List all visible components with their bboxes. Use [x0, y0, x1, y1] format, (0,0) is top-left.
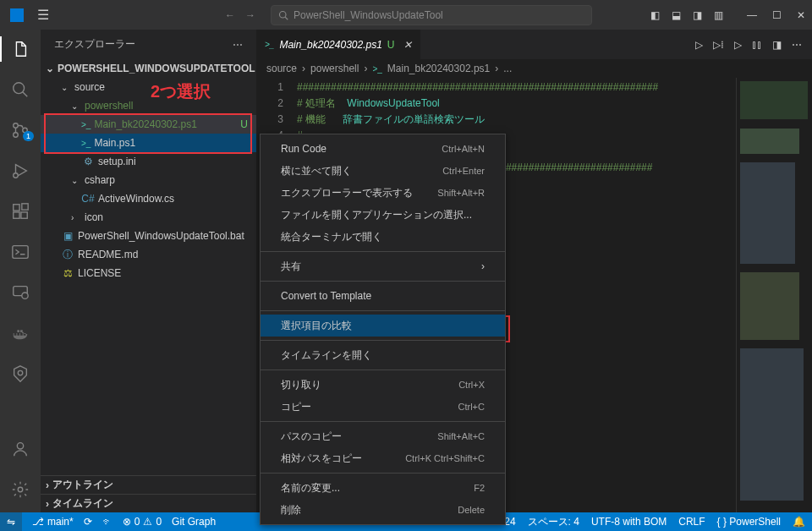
activity-extensions-icon[interactable]	[0, 199, 41, 224]
more-actions-icon[interactable]: ⋯	[792, 39, 802, 51]
info-file-icon: ⓘ	[61, 248, 74, 262]
run-file-icon[interactable]: ▷	[734, 39, 742, 51]
menu-copy-relative-path[interactable]: 相対パスをコピーCtrl+K Ctrl+Shift+C	[261, 447, 505, 469]
status-problems[interactable]: ⊗0 ⚠0	[123, 516, 162, 528]
context-menu: Run CodeCtrl+Alt+N 横に並べて開くCtrl+Enter エクス…	[260, 134, 506, 525]
svg-rect-8	[14, 205, 19, 211]
breadcrumb[interactable]: source› powershell› >_Main_bk20240302.ps…	[256, 59, 812, 78]
file-bat[interactable]: ▣PowerShell_WindowsUpdateTool.bat	[41, 227, 256, 245]
status-sync[interactable]: ⟳	[84, 516, 92, 528]
menu-compare-selected[interactable]: 選択項目の比較	[261, 315, 505, 337]
run-icon[interactable]: ▷	[695, 39, 703, 51]
menu-share[interactable]: 共有›	[261, 255, 505, 277]
menu-cut[interactable]: 切り取りCtrl+X	[261, 374, 505, 396]
menu-convert-template[interactable]: Convert to Template	[261, 285, 505, 307]
split-right-icon[interactable]: ⫿⫿	[752, 39, 762, 51]
svg-point-7	[14, 173, 19, 178]
tab-main-bk[interactable]: >_ Main_bk20240302.ps1 U ✕	[256, 30, 420, 59]
menu-integrated-terminal[interactable]: 統合ターミナルで開く	[261, 226, 505, 248]
file-readme[interactable]: ⓘREADME.md	[41, 245, 256, 264]
file-license[interactable]: ⚖LICENSE	[41, 264, 256, 282]
svg-point-16	[17, 443, 23, 449]
sidebar-explorer: エクスプローラー ⋯ ⌄ POWERSHELL_WINDOWSUPDATETOO…	[41, 30, 256, 512]
svg-rect-10	[21, 212, 27, 218]
svg-line-1	[285, 17, 288, 19]
status-encoding[interactable]: UTF-8 with BOM	[591, 516, 667, 528]
timeline-section[interactable]: ›タイムライン	[41, 494, 256, 512]
svg-point-17	[18, 487, 23, 492]
license-file-icon: ⚖	[61, 267, 74, 279]
search-text: PowerShell_WindowsUpdateTool	[294, 9, 443, 21]
activity-scm-icon[interactable]: 1	[0, 118, 41, 143]
minimize-icon[interactable]: —	[747, 9, 757, 21]
minimap[interactable]	[736, 78, 812, 512]
customize-layout-icon[interactable]: ▥	[714, 9, 723, 21]
toggle-panel-icon[interactable]: ⬓	[672, 9, 681, 21]
activitybar: 1	[0, 30, 41, 512]
nav-back-icon[interactable]: ←	[225, 9, 235, 21]
editor-tabs: >_ Main_bk20240302.ps1 U ✕ ▷ ▷⁞ ▷ ⫿⫿ ◨ ⋯	[256, 30, 812, 59]
activity-powershell-icon[interactable]	[0, 239, 41, 265]
tab-close-icon[interactable]: ✕	[403, 39, 412, 51]
activity-search-icon[interactable]	[0, 77, 41, 102]
menu-open-timeline[interactable]: タイムラインを開く	[261, 344, 505, 366]
folder-source[interactable]: ⌄source	[41, 78, 256, 96]
toggle-primary-sidebar-icon[interactable]: ◧	[650, 9, 660, 21]
menu-delete[interactable]: 削除Delete	[261, 499, 505, 521]
split-editor-icon[interactable]: ◨	[772, 39, 782, 51]
activity-explorer-icon[interactable]	[0, 36, 41, 62]
sidebar-more-icon[interactable]: ⋯	[233, 39, 243, 51]
menu-reveal-explorer[interactable]: エクスプローラーで表示するShift+Alt+R	[261, 182, 505, 204]
close-icon[interactable]: ✕	[797, 9, 805, 21]
nav-forward-icon[interactable]: →	[245, 9, 255, 21]
folder-powershell[interactable]: ⌄powershell	[41, 96, 256, 115]
csharp-file-icon: C#	[81, 193, 95, 205]
activity-settings-icon[interactable]	[0, 477, 41, 502]
svg-point-0	[280, 11, 287, 18]
powershell-file-icon: >_	[265, 40, 274, 49]
status-broadcast[interactable]: ᯤ	[102, 516, 112, 528]
folder-csharp[interactable]: ⌄csharp	[41, 171, 256, 189]
file-setup-ini[interactable]: ⚙setup.ini	[41, 152, 256, 171]
maximize-icon[interactable]: ☐	[772, 9, 782, 21]
activity-account-icon[interactable]	[0, 436, 41, 462]
menu-copy-path[interactable]: パスのコピーShift+Alt+C	[261, 425, 505, 447]
file-activewindow-cs[interactable]: C#ActiveWindow.cs	[41, 189, 256, 208]
toggle-secondary-sidebar-icon[interactable]: ◨	[693, 9, 702, 21]
status-notifications-icon[interactable]: 🔔	[793, 516, 805, 528]
status-line-col[interactable]: 24	[504, 516, 515, 528]
status-spaces[interactable]: スペース: 4	[528, 515, 579, 529]
annotation-box-files	[44, 113, 252, 154]
titlebar: ☰ ← → PowerShell_WindowsUpdateTool ◧ ⬓ ◨…	[0, 0, 812, 30]
project-root[interactable]: ⌄ POWERSHELL_WINDOWSUPDATETOOL	[41, 59, 256, 78]
bat-file-icon: ▣	[61, 230, 74, 242]
svg-point-4	[14, 123, 19, 129]
status-eol[interactable]: CRLF	[678, 516, 705, 528]
annotation-label: 2つ選択	[151, 80, 211, 103]
menu-open-with[interactable]: ファイルを開くアプリケーションの選択...	[261, 204, 505, 226]
command-center[interactable]: PowerShell_WindowsUpdateTool	[271, 5, 592, 25]
activity-remote-icon[interactable]	[0, 280, 41, 305]
folder-icon[interactable]: ›icon	[41, 208, 256, 227]
status-branch[interactable]: ⎇main*	[32, 516, 74, 528]
menu-copy[interactable]: コピーCtrl+C	[261, 396, 505, 418]
status-language[interactable]: { } PowerShell	[717, 516, 781, 528]
status-gitgraph[interactable]: Git Graph	[172, 516, 216, 528]
activity-docker-icon[interactable]	[0, 320, 41, 346]
vscode-logo-icon	[10, 8, 24, 22]
run-debug-icon[interactable]: ▷⁞	[713, 39, 724, 51]
activity-debug-icon[interactable]	[0, 158, 41, 183]
svg-point-14	[22, 293, 28, 298]
status-remote[interactable]: ⇋	[0, 512, 22, 531]
svg-line-3	[23, 92, 28, 97]
menu-run-code[interactable]: Run CodeCtrl+Alt+N	[261, 138, 505, 160]
menu-icon[interactable]: ☰	[37, 7, 49, 23]
svg-point-15	[18, 370, 23, 375]
svg-rect-12	[13, 246, 28, 259]
branch-icon: ⎇	[32, 516, 44, 528]
activity-kubernetes-icon[interactable]	[0, 361, 41, 386]
search-icon	[278, 10, 288, 20]
menu-open-side[interactable]: 横に並べて開くCtrl+Enter	[261, 160, 505, 182]
outline-section[interactable]: ›アウトライン	[41, 475, 256, 494]
menu-rename[interactable]: 名前の変更...F2	[261, 477, 505, 499]
